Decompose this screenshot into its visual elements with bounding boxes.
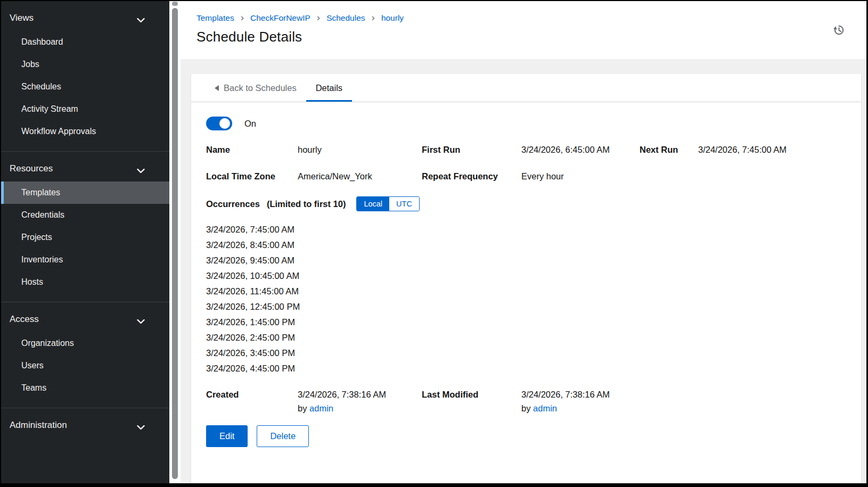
breadcrumb-link-checkfornewip[interactable]: CheckForNewIP xyxy=(250,13,310,23)
next-run-value: 3/24/2026, 7:45:00 AM xyxy=(698,145,846,155)
schedule-enabled-row: On xyxy=(206,117,846,130)
sidebar-item-organizations[interactable]: Organizations xyxy=(1,332,169,354)
created-datetime: 3/24/2026, 7:38:16 AM xyxy=(298,390,386,399)
page-header: Templates › CheckForNewIP › Schedules › … xyxy=(181,1,866,59)
sidebar-item-inventories[interactable]: Inventories xyxy=(1,249,169,271)
created-by-user-link[interactable]: admin xyxy=(309,403,333,413)
occurrences-list: 3/24/2026, 7:45:00 AM 3/24/2026, 8:45:00… xyxy=(206,222,846,376)
delete-button[interactable]: Delete xyxy=(257,425,309,447)
page-title: Schedule Details xyxy=(196,29,854,45)
sidebar-item-teams[interactable]: Teams xyxy=(1,377,169,399)
sidebar-nav: Views Dashboard Jobs Schedules Activity … xyxy=(1,1,169,483)
repeat-frequency-value: Every hour xyxy=(521,171,846,181)
nav-group-access-label: Access xyxy=(10,314,39,324)
created-label: Created xyxy=(206,390,298,414)
utc-time-button[interactable]: UTC xyxy=(389,197,419,211)
last-modified-datetime: 3/24/2026, 7:38:16 AM xyxy=(521,390,610,399)
breadcrumb-separator-icon: › xyxy=(241,12,244,22)
nav-group-administration[interactable]: Administration xyxy=(1,411,169,438)
nav-group-views[interactable]: Views xyxy=(1,4,169,31)
sidebar-item-dashboard[interactable]: Dashboard xyxy=(1,31,169,53)
nav-section-views: Views Dashboard Jobs Schedules Activity … xyxy=(1,1,169,152)
chevron-down-icon xyxy=(137,316,145,327)
local-time-zone-value: America/New_York xyxy=(298,171,422,181)
breadcrumb-link-templates[interactable]: Templates xyxy=(196,13,234,23)
page-body: Back to Schedules Details On Name xyxy=(181,59,866,483)
nav-group-resources[interactable]: Resources xyxy=(1,155,169,181)
schedule-details-card: Back to Schedules Details On Name xyxy=(191,74,861,483)
last-modified-by-label: by xyxy=(521,403,530,413)
edit-button[interactable]: Edit xyxy=(206,425,248,447)
sidebar-item-templates[interactable]: Templates xyxy=(1,181,169,204)
vertical-scrollbar[interactable] xyxy=(169,1,181,483)
details-content: On Name hourly First Run 3/24/2026, 6:45… xyxy=(191,102,861,461)
next-run-label: Next Run xyxy=(640,145,698,155)
occurrences-note: (Limited to first 10) xyxy=(267,199,346,209)
breadcrumb-link-hourly[interactable]: hourly xyxy=(381,13,404,23)
occurrences-label: Occurrences xyxy=(206,199,260,209)
sidebar-item-workflow-approvals[interactable]: Workflow Approvals xyxy=(1,120,169,143)
last-modified-by-user-link[interactable]: admin xyxy=(533,403,557,413)
tab-details[interactable]: Details xyxy=(306,74,352,102)
first-run-label: First Run xyxy=(422,145,521,155)
breadcrumb-separator-icon: › xyxy=(317,12,320,22)
created-value: 3/24/2026, 7:38:16 AM by admin xyxy=(298,390,422,414)
created-by-label: by xyxy=(298,403,307,413)
main-area: Templates › CheckForNewIP › Schedules › … xyxy=(181,1,866,483)
last-modified-label: Last Modified xyxy=(422,390,521,414)
breadcrumb-link-schedules[interactable]: Schedules xyxy=(326,13,365,23)
repeat-frequency-label: Repeat Frequency xyxy=(422,171,521,181)
chevron-down-icon xyxy=(137,15,145,26)
sidebar-item-hosts[interactable]: Hosts xyxy=(1,271,169,293)
local-time-zone-label: Local Time Zone xyxy=(206,171,298,181)
local-time-button[interactable]: Local xyxy=(357,197,389,211)
nav-group-views-label: Views xyxy=(10,13,34,23)
occurrence-item: 3/24/2026, 2:45:00 PM xyxy=(206,330,846,345)
occurrence-item: 3/24/2026, 12:45:00 PM xyxy=(206,299,846,315)
toggle-state-label: On xyxy=(244,119,256,129)
timezone-toggle-group: Local UTC xyxy=(356,196,419,211)
breadcrumb-separator-icon: › xyxy=(372,12,375,22)
occurrences-header: Occurrences (Limited to first 10) Local … xyxy=(206,196,846,211)
sidebar-item-users[interactable]: Users xyxy=(1,354,169,377)
tab-back-to-schedules[interactable]: Back to Schedules xyxy=(205,74,306,102)
occurrence-item: 3/24/2026, 3:45:00 PM xyxy=(206,345,846,361)
nav-group-resources-label: Resources xyxy=(10,163,53,174)
name-label: Name xyxy=(206,145,298,155)
first-run-value: 3/24/2026, 6:45:00 AM xyxy=(521,145,640,155)
schedule-enabled-toggle[interactable] xyxy=(206,117,232,130)
sidebar-item-schedules[interactable]: Schedules xyxy=(1,76,169,98)
app-window: Views Dashboard Jobs Schedules Activity … xyxy=(1,1,866,483)
occurrence-item: 3/24/2026, 10:45:00 AM xyxy=(206,268,846,284)
sidebar-item-projects[interactable]: Projects xyxy=(1,226,169,249)
scrollbar-thumb[interactable] xyxy=(172,8,178,479)
action-buttons: Edit Delete xyxy=(206,425,846,447)
last-modified-value: 3/24/2026, 7:38:16 AM by admin xyxy=(521,390,846,414)
sidebar-item-jobs[interactable]: Jobs xyxy=(1,53,169,76)
tab-details-label: Details xyxy=(316,83,342,93)
toggle-knob xyxy=(219,118,230,129)
tab-bar: Back to Schedules Details xyxy=(191,74,861,102)
nav-section-access: Access Organizations Users Teams xyxy=(1,302,169,408)
nav-group-administration-label: Administration xyxy=(10,420,67,430)
sidebar-item-credentials[interactable]: Credentials xyxy=(1,204,169,226)
chevron-down-icon xyxy=(137,422,145,433)
details-grid: Name hourly First Run 3/24/2026, 6:45:00… xyxy=(206,145,846,181)
occurrence-item: 3/24/2026, 4:45:00 PM xyxy=(206,361,846,376)
arrow-left-icon xyxy=(215,85,219,91)
history-icon[interactable] xyxy=(832,23,845,36)
nav-group-access[interactable]: Access xyxy=(1,306,169,332)
scrollbar-top-nub[interactable] xyxy=(172,2,178,6)
nav-section-administration: Administration xyxy=(1,408,169,447)
breadcrumb: Templates › CheckForNewIP › Schedules › … xyxy=(196,13,854,23)
occurrence-item: 3/24/2026, 8:45:00 AM xyxy=(206,237,846,253)
name-value: hourly xyxy=(298,145,422,155)
meta-grid: Created 3/24/2026, 7:38:16 AM by admin L… xyxy=(206,390,846,414)
tab-back-label: Back to Schedules xyxy=(224,83,297,93)
occurrence-item: 3/24/2026, 1:45:00 PM xyxy=(206,315,846,330)
chevron-down-icon xyxy=(137,166,145,176)
nav-section-resources: Resources Templates Credentials Projects… xyxy=(1,152,169,302)
occurrence-item: 3/24/2026, 11:45:00 AM xyxy=(206,284,846,299)
sidebar-item-activity-stream[interactable]: Activity Stream xyxy=(1,98,169,120)
occurrence-item: 3/24/2026, 7:45:00 AM xyxy=(206,222,846,237)
